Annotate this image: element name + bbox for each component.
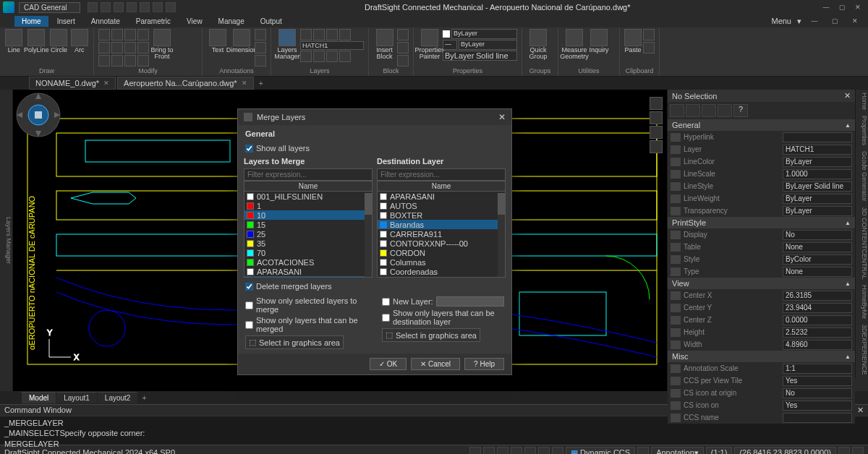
- grid-icon[interactable]: [483, 447, 495, 454]
- section-general[interactable]: General▲: [668, 119, 855, 131]
- sub-maximize-button[interactable]: ▢: [827, 16, 842, 26]
- left-side-panel-tab[interactable]: Layers Manager: [0, 90, 13, 391]
- filter-merge-input[interactable]: [244, 168, 373, 181]
- rotate-icon[interactable]: [111, 29, 123, 40]
- name-column-header[interactable]: Name: [244, 181, 372, 192]
- prop-value[interactable]: 4.8960: [783, 340, 852, 350]
- layer-item[interactable]: 10: [244, 210, 372, 220]
- select-graphics-merge-button[interactable]: ⬚Select in graphics area: [245, 335, 344, 349]
- property-row[interactable]: LineScale1.0000: [668, 168, 855, 180]
- zoom-icon[interactable]: [650, 126, 663, 139]
- tab-manage[interactable]: Manage: [211, 16, 252, 27]
- doc-tab[interactable]: NONAME_0.dwg*✕: [29, 77, 116, 90]
- doc-tab[interactable]: Aeropuerto Na...Carúpano.dwg*✕: [117, 77, 254, 90]
- tab-insert[interactable]: Insert: [50, 16, 82, 27]
- prop-value[interactable]: 2.5232: [783, 327, 852, 338]
- property-row[interactable]: TableNone: [668, 241, 855, 253]
- view-cube[interactable]: [13, 90, 64, 140]
- tab-layout1[interactable]: Layout1: [56, 392, 97, 403]
- property-row[interactable]: Width4.8960: [668, 338, 855, 351]
- polar-icon[interactable]: [511, 447, 522, 454]
- prop-value[interactable]: ByLayer: [783, 157, 852, 167]
- layer-item[interactable]: 70: [244, 248, 372, 257]
- pp-tool-icon[interactable]: [670, 104, 684, 117]
- right-tab-3dcontent[interactable]: 3D CONTENTCENTRAL: [855, 205, 868, 283]
- right-tab-homebyme[interactable]: HomeByMe: [855, 282, 868, 322]
- qat-redo-icon[interactable]: [153, 2, 163, 12]
- cut-icon[interactable]: [643, 29, 655, 40]
- prop-value[interactable]: No: [783, 230, 852, 240]
- selection-dropdown[interactable]: No Selection: [672, 92, 717, 100]
- layer-item[interactable]: APARASANI: [378, 192, 505, 201]
- property-row[interactable]: Annotation Scale1:1: [668, 362, 855, 374]
- layer-item[interactable]: Cortes: [378, 276, 505, 278]
- arc-button[interactable]: Arc: [70, 29, 89, 53]
- scale-display[interactable]: (1:1): [706, 447, 733, 454]
- array-icon[interactable]: [137, 42, 149, 53]
- show-mergeable-checkbox[interactable]: Show only layers that can be merged: [245, 316, 367, 333]
- prop-value[interactable]: [783, 132, 852, 142]
- layer-item[interactable]: CONTORXXNP-----00: [378, 239, 505, 248]
- prop-value[interactable]: 23.9404: [783, 303, 852, 313]
- pan-icon[interactable]: [650, 111, 663, 124]
- layer-prev-icon[interactable]: [326, 51, 338, 62]
- pp-tool-icon[interactable]: [718, 104, 732, 117]
- layer-freeze-icon[interactable]: [326, 29, 338, 40]
- property-row[interactable]: StyleByColor: [668, 253, 855, 265]
- ortho-icon[interactable]: [497, 447, 509, 454]
- circle-button[interactable]: Circle: [49, 29, 68, 53]
- layer-state-icon[interactable]: [300, 29, 312, 40]
- prop-value[interactable]: [783, 413, 852, 423]
- layers-manager-button[interactable]: Layers Manager: [276, 29, 299, 60]
- trim-icon[interactable]: [124, 29, 136, 40]
- edit-block-icon[interactable]: [397, 42, 409, 53]
- pp-tool-icon[interactable]: [686, 104, 700, 117]
- paste-button[interactable]: Paste: [624, 29, 642, 53]
- property-row[interactable]: Height2.5232: [668, 326, 855, 338]
- sb-icon[interactable]: [852, 447, 864, 454]
- layer-item[interactable]: APARASANI: [244, 267, 372, 276]
- tab-parametric[interactable]: Parametric: [129, 16, 178, 27]
- tab-model[interactable]: Model: [22, 392, 56, 403]
- right-tab-properties[interactable]: Properties: [855, 113, 868, 148]
- pp-help-icon[interactable]: ?: [733, 104, 748, 117]
- table-icon[interactable]: [255, 42, 266, 53]
- select-graphics-dest-button[interactable]: ⬚Select in graphics area: [382, 328, 480, 342]
- property-row[interactable]: TypeNone: [668, 265, 855, 278]
- prop-value[interactable]: 0.0000: [783, 315, 852, 325]
- lineweight-icon[interactable]: —: [443, 40, 457, 50]
- move-icon[interactable]: [98, 29, 110, 40]
- bring-to-front-button[interactable]: Bring to Front: [150, 29, 174, 60]
- scale-icon[interactable]: [137, 29, 149, 40]
- lineweight-dropdown[interactable]: ByLayer: [459, 40, 517, 50]
- layer-item[interactable]: ARBOL: [244, 276, 372, 278]
- sub-minimize-button[interactable]: —: [807, 16, 822, 26]
- prop-value[interactable]: No: [783, 388, 852, 398]
- sb-icon[interactable]: [838, 447, 850, 454]
- orbit-icon[interactable]: [650, 140, 663, 153]
- chevron-down-icon[interactable]: ▾: [797, 17, 801, 26]
- layer-walk-icon[interactable]: [339, 51, 351, 62]
- layer-item[interactable]: CORDON: [378, 248, 505, 257]
- prop-value[interactable]: 26.3185: [783, 291, 852, 301]
- copy-clip-icon[interactable]: [643, 42, 655, 53]
- panel-close-icon[interactable]: ✕: [844, 91, 851, 100]
- color-dropdown[interactable]: ByLayer: [451, 29, 517, 39]
- dialog-titlebar[interactable]: Merge Layers ✕: [238, 109, 511, 125]
- prop-value[interactable]: HATCH1: [783, 145, 852, 155]
- cloud-icon[interactable]: [255, 55, 266, 67]
- prop-value[interactable]: 1:1: [783, 364, 852, 374]
- offset-icon[interactable]: [111, 55, 123, 67]
- layer-dropdown[interactable]: HATCH1: [300, 41, 364, 50]
- workspace-dropdown[interactable]: CAD General: [19, 2, 80, 13]
- lwt-icon[interactable]: [552, 447, 563, 454]
- prop-value[interactable]: ByLayer: [783, 194, 852, 204]
- mirror-icon[interactable]: [111, 42, 123, 53]
- copy-icon[interactable]: [98, 42, 110, 53]
- delete-merged-checkbox[interactable]: Delete merged layers: [245, 280, 504, 292]
- layer-lock-icon[interactable]: [300, 51, 312, 62]
- properties-painter-button[interactable]: Properties Painter: [418, 29, 441, 60]
- prop-value[interactable]: ByColor: [783, 254, 852, 265]
- tab-view[interactable]: View: [179, 16, 210, 27]
- layer-match-icon[interactable]: [313, 51, 325, 62]
